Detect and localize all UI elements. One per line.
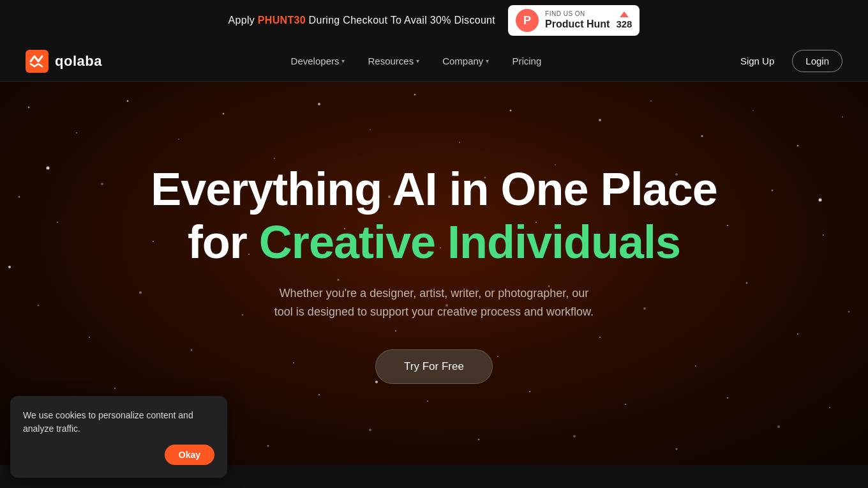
product-hunt-badge[interactable]: P FIND US ON Product Hunt 328 (508, 5, 640, 36)
svg-point-18 (842, 116, 843, 118)
svg-point-68 (727, 397, 728, 399)
svg-point-56 (114, 388, 116, 389)
svg-point-65 (573, 435, 576, 438)
announcement-prefix: Apply (228, 15, 258, 26)
svg-point-5 (223, 113, 225, 115)
svg-point-4 (178, 139, 179, 140)
svg-point-13 (599, 119, 601, 121)
chevron-down-icon: ▾ (416, 57, 419, 65)
hero-subtitle-line1: Whether you're a designer, artist, write… (280, 287, 589, 300)
svg-point-60 (318, 394, 320, 395)
cookie-actions: Okay (23, 445, 214, 465)
product-hunt-logo: P (516, 9, 539, 32)
chevron-down-icon: ▾ (341, 57, 345, 65)
svg-point-1 (28, 107, 30, 109)
hero-title: Everything AI in One Place for Creative … (151, 163, 717, 269)
logo-icon (26, 50, 49, 73)
logo[interactable]: qolaba (26, 50, 102, 73)
svg-point-64 (529, 391, 530, 392)
svg-point-61 (369, 429, 371, 431)
svg-point-6 (274, 158, 275, 159)
svg-point-19 (19, 196, 20, 198)
svg-point-36 (823, 234, 824, 236)
svg-point-70 (829, 407, 830, 408)
svg-rect-0 (26, 50, 49, 73)
announcement-bar: Apply PHUNT30 During Checkout To Avail 3… (0, 0, 868, 41)
svg-point-16 (752, 110, 754, 111)
svg-point-15 (701, 135, 703, 137)
svg-point-9 (414, 94, 416, 96)
hero-title-highlight: Creative Individuals (259, 217, 680, 268)
svg-point-66 (625, 404, 626, 405)
svg-point-37 (38, 305, 40, 307)
announcement-text: Apply PHUNT30 During Checkout To Avail 3… (228, 15, 496, 26)
hero-title-line2-prefix: for (188, 217, 259, 268)
svg-point-63 (478, 439, 480, 441)
svg-point-67 (676, 448, 678, 450)
nav-menu: Developers ▾ Resources ▾ Company ▾ Prici… (282, 50, 551, 72)
svg-point-11 (510, 110, 512, 112)
svg-point-7 (318, 103, 320, 105)
svg-point-14 (650, 100, 652, 102)
nav-item-pricing[interactable]: Pricing (503, 50, 550, 72)
product-hunt-count-wrapper: 328 (616, 11, 632, 29)
svg-point-35 (772, 190, 774, 192)
navigation: qolaba Developers ▾ Resources ▾ Company … (0, 41, 868, 82)
svg-point-39 (139, 291, 142, 294)
upvote-triangle-icon (620, 11, 629, 17)
hero-subtitle-line2: tool is designed to support your creativ… (274, 305, 594, 318)
hero-title-line1: Everything AI in One Place (151, 164, 717, 215)
find-us-label: FIND US ON (545, 10, 610, 18)
product-hunt-name: Product Hunt (545, 18, 610, 30)
svg-point-53 (848, 311, 850, 313)
nav-actions: Sign Up Login (730, 50, 842, 72)
svg-point-71 (47, 167, 50, 170)
signup-button[interactable]: Sign Up (730, 50, 784, 72)
try-for-free-button[interactable]: Try For Free (375, 349, 493, 384)
cookie-banner: We use cookies to personalize content an… (10, 396, 227, 465)
chevron-down-icon: ▾ (486, 57, 489, 65)
nav-item-company[interactable]: Company ▾ (433, 50, 498, 72)
svg-point-20 (57, 222, 58, 223)
svg-point-21 (101, 183, 103, 185)
promo-code: PHUNT30 (258, 15, 306, 26)
svg-point-62 (427, 400, 428, 402)
svg-point-2 (76, 132, 77, 133)
svg-point-17 (797, 145, 799, 147)
svg-point-3 (127, 100, 129, 102)
nav-item-resources[interactable]: Resources ▾ (359, 50, 428, 72)
cookie-message: We use cookies to personalize content an… (23, 409, 214, 436)
svg-point-34 (727, 225, 728, 226)
announcement-suffix: During Checkout To Avail 30% Discount (306, 15, 495, 26)
hero-subtitle: Whether you're a designer, artist, write… (236, 284, 632, 321)
svg-point-8 (370, 129, 371, 130)
cookie-okay-button[interactable]: Okay (165, 445, 214, 465)
product-hunt-count: 328 (616, 19, 632, 29)
logo-text: qolaba (55, 53, 102, 70)
product-hunt-text: FIND US ON Product Hunt (545, 10, 610, 30)
svg-point-10 (459, 142, 460, 143)
svg-point-38 (89, 337, 90, 338)
svg-point-52 (797, 333, 798, 335)
nav-item-developers[interactable]: Developers ▾ (282, 50, 354, 72)
login-button[interactable]: Login (792, 50, 842, 72)
svg-point-51 (746, 282, 748, 284)
svg-point-74 (8, 266, 11, 268)
svg-point-59 (267, 445, 269, 447)
svg-point-72 (819, 199, 822, 202)
svg-point-69 (777, 425, 780, 428)
hero-content: Everything AI in One Place for Creative … (151, 163, 717, 383)
